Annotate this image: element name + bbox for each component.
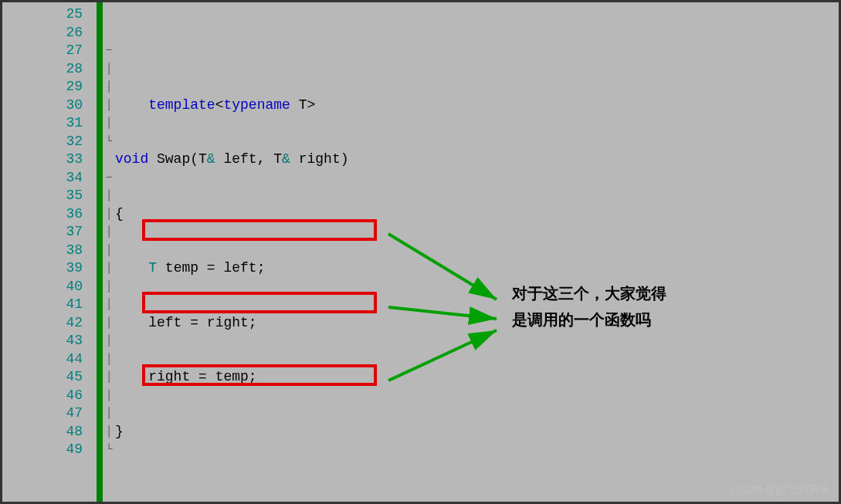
line-number: 35 [2, 187, 83, 205]
code-line: left = right; [115, 314, 839, 333]
line-number: 38 [2, 242, 83, 260]
code-line: right = temp; [115, 368, 839, 387]
code-area[interactable]: template<typename T> void Swap(T& left, … [115, 2, 839, 502]
line-number-gutter: 25 26 27 28 29 30 31 32 33 34 35 36 37 3… [2, 2, 97, 502]
line-number: 34 [2, 169, 83, 188]
watermark: CSDN @起飞的风筝 [731, 483, 829, 497]
line-number: 36 [2, 205, 83, 224]
editor-frame: 25 26 27 28 29 30 31 32 33 34 35 36 37 3… [0, 0, 841, 504]
code-line: } [115, 423, 839, 441]
line-number: 43 [2, 332, 83, 350]
highlight-box [142, 219, 377, 241]
code-line: { [115, 205, 839, 224]
highlight-box [142, 292, 377, 313]
line-number: 30 [2, 96, 83, 115]
fold-toggle-icon[interactable]: − [103, 42, 115, 60]
annotation-text: 对于这三个，大家觉得 是调用的一个函数吗 [512, 280, 666, 333]
line-number: 41 [2, 296, 83, 314]
line-number: 25 [2, 5, 83, 24]
line-number: 42 [2, 314, 83, 333]
line-number: 27 [2, 42, 83, 60]
code-editor[interactable]: 25 26 27 28 29 30 31 32 33 34 35 36 37 3… [2, 2, 839, 502]
line-number: 33 [2, 151, 83, 169]
line-number: 46 [2, 387, 83, 405]
line-number: 48 [2, 423, 83, 441]
line-number: 29 [2, 78, 83, 96]
line-number: 47 [2, 404, 83, 423]
fold-toggle-icon[interactable]: − [103, 169, 115, 188]
line-number: 37 [2, 223, 83, 242]
line-number: 39 [2, 259, 83, 278]
line-number: 32 [2, 133, 83, 151]
code-line: template<typename T> [115, 96, 839, 115]
change-marker [97, 2, 103, 502]
code-line [115, 42, 839, 60]
code-line: T temp = left; [115, 259, 839, 278]
line-number: 26 [2, 24, 83, 42]
line-number: 49 [2, 441, 83, 459]
line-number: 31 [2, 114, 83, 133]
code-line: void Swap(T& left, T& right) [115, 151, 839, 169]
line-number: 45 [2, 368, 83, 387]
line-number: 40 [2, 278, 83, 296]
line-number: 28 [2, 60, 83, 79]
fold-gutter[interactable]: − ││││└ − ││││││││││││││└ [103, 2, 115, 502]
line-number: 44 [2, 350, 83, 369]
